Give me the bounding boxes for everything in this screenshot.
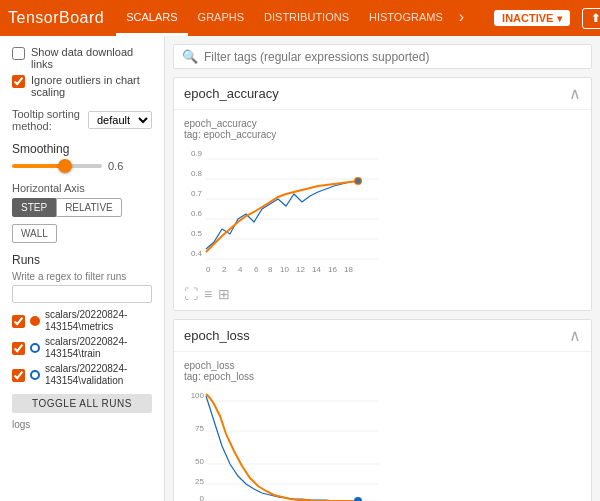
run-1-circle	[30, 343, 40, 353]
svg-text:25: 25	[195, 477, 204, 486]
svg-text:12: 12	[296, 265, 305, 274]
svg-text:0.9: 0.9	[191, 149, 203, 158]
h-axis-section: Horizontal Axis STEP RELATIVE WALL	[12, 182, 152, 243]
relative-axis-button[interactable]: RELATIVE	[56, 198, 122, 217]
run-item-0: scalars/20220824-143154\metrics	[12, 309, 152, 333]
show-download-label[interactable]: Show data download links	[12, 46, 152, 70]
epoch-accuracy-chart: 0.9 0.8 0.7 0.6 0.5 0.4 0 2 4 6 8 10 12	[184, 144, 581, 282]
svg-text:0.8: 0.8	[191, 169, 203, 178]
filter-bar: 🔍	[173, 44, 592, 69]
sidebar: Show data download links Ignore outliers…	[0, 36, 165, 501]
tab-more[interactable]: ›	[453, 0, 470, 36]
epoch-accuracy-svg: 0.9 0.8 0.7 0.6 0.5 0.4 0 2 4 6 8 10 12	[184, 144, 389, 279]
runs-title: Runs	[12, 253, 152, 267]
inactive-badge[interactable]: INACTIVE ▾	[494, 10, 570, 26]
tab-graphs[interactable]: GRAPHS	[188, 0, 254, 36]
svg-text:0.4: 0.4	[191, 249, 203, 258]
svg-text:0.7: 0.7	[191, 189, 203, 198]
h-axis-label: Horizontal Axis	[12, 182, 152, 194]
brand-label: TensorBoard	[8, 9, 104, 27]
smoothing-section: Smoothing 0.6	[12, 142, 152, 172]
run-0-circle	[30, 316, 40, 326]
run-1-label: scalars/20220824-143154\train	[45, 336, 152, 360]
content-area: 🔍 epoch_accuracy ∧ epoch_accuracy tag: e…	[165, 36, 600, 501]
tab-scalars[interactable]: SCALARS	[116, 0, 187, 36]
run-2-circle	[30, 370, 40, 380]
svg-text:6: 6	[254, 265, 259, 274]
tooltip-sort-section: Tooltip sorting method: default	[12, 108, 152, 132]
runs-section: Runs Write a regex to filter runs scalar…	[12, 253, 152, 430]
step-axis-button[interactable]: STEP	[12, 198, 56, 217]
run-2-label: scalars/20220824-143154\validation	[45, 363, 152, 387]
epoch-loss-title: epoch_loss	[184, 328, 250, 343]
show-download-checkbox[interactable]	[12, 47, 25, 60]
toggle-all-button[interactable]: TOGGLE ALL RUNS	[12, 394, 152, 413]
logs-label: logs	[12, 419, 152, 430]
svg-text:0: 0	[200, 494, 205, 501]
tab-distributions[interactable]: DISTRIBUTIONS	[254, 0, 359, 36]
svg-text:0.5: 0.5	[191, 229, 203, 238]
tab-histograms[interactable]: HISTOGRAMS	[359, 0, 453, 36]
upload-button[interactable]: ⬆ UPLOAD	[582, 8, 600, 29]
epoch-loss-svg: 100 75 50 25 0 0 2 4 6 8 10 12 14	[184, 386, 389, 501]
run-item-1: scalars/20220824-143154\train	[12, 336, 152, 360]
svg-text:0: 0	[206, 265, 211, 274]
filter-input[interactable]	[204, 50, 583, 64]
svg-text:2: 2	[222, 265, 227, 274]
smoothing-value: 0.6	[108, 160, 123, 172]
upload-icon: ⬆	[591, 12, 600, 25]
smoothing-slider[interactable]	[12, 164, 102, 168]
fullscreen-icon[interactable]: ⛶	[184, 286, 198, 302]
epoch-loss-subtitle: epoch_loss tag: epoch_loss	[184, 360, 581, 382]
dropdown-arrow-icon: ▾	[557, 13, 562, 24]
epoch-loss-chart: 100 75 50 25 0 0 2 4 6 8 10 12 14	[184, 386, 581, 501]
run-1-checkbox[interactable]	[12, 342, 25, 355]
epoch-accuracy-subtitle: epoch_accuracy tag: epoch_accuracy	[184, 118, 581, 140]
smoothing-slider-row: 0.6	[12, 160, 152, 172]
epoch-loss-collapse-icon[interactable]: ∧	[569, 326, 581, 345]
svg-text:0.6: 0.6	[191, 209, 203, 218]
runs-filter-input[interactable]	[12, 285, 152, 303]
ignore-outliers-label[interactable]: Ignore outliers in chart scaling	[12, 74, 152, 98]
main-layout: Show data download links Ignore outliers…	[0, 36, 600, 501]
svg-text:14: 14	[312, 265, 321, 274]
expand-icon[interactable]: ⊞	[218, 286, 230, 302]
data-icon[interactable]: ≡	[204, 286, 212, 302]
svg-text:10: 10	[280, 265, 289, 274]
svg-point-44	[354, 497, 362, 501]
run-item-2: scalars/20220824-143154\validation	[12, 363, 152, 387]
topnav: TensorBoard SCALARS GRAPHS DISTRIBUTIONS…	[0, 0, 600, 36]
tooltip-sort-row: Tooltip sorting method: default	[12, 108, 152, 132]
epoch-loss-inner: epoch_loss tag: epoch_loss 100 75 50 25 …	[174, 352, 591, 501]
run-0-checkbox[interactable]	[12, 315, 25, 328]
smoothing-label: Smoothing	[12, 142, 152, 156]
wall-axis-button[interactable]: WALL	[12, 224, 57, 243]
svg-text:18: 18	[344, 265, 353, 274]
svg-text:100: 100	[191, 391, 205, 400]
epoch-accuracy-chart-icons: ⛶ ≡ ⊞	[184, 286, 581, 302]
epoch-accuracy-header: epoch_accuracy ∧	[174, 78, 591, 110]
epoch-accuracy-collapse-icon[interactable]: ∧	[569, 84, 581, 103]
search-icon: 🔍	[182, 49, 198, 64]
svg-text:50: 50	[195, 457, 204, 466]
tooltip-sort-label: Tooltip sorting method:	[12, 108, 82, 132]
svg-text:16: 16	[328, 265, 337, 274]
epoch-accuracy-inner: epoch_accuracy tag: epoch_accuracy 0.9 0…	[174, 110, 591, 310]
svg-point-23	[355, 178, 361, 184]
run-0-label: scalars/20220824-143154\metrics	[45, 309, 152, 333]
run-2-checkbox[interactable]	[12, 369, 25, 382]
epoch-accuracy-title: epoch_accuracy	[184, 86, 279, 101]
topnav-tabs: SCALARS GRAPHS DISTRIBUTIONS HISTOGRAMS …	[116, 0, 470, 36]
epoch-loss-header: epoch_loss ∧	[174, 320, 591, 352]
inactive-label: INACTIVE	[502, 12, 553, 24]
tooltip-sort-select[interactable]: default	[88, 111, 152, 129]
show-download-section: Show data download links Ignore outliers…	[12, 46, 152, 98]
ignore-outliers-checkbox[interactable]	[12, 75, 25, 88]
runs-filter-label: Write a regex to filter runs	[12, 271, 152, 282]
epoch-accuracy-card: epoch_accuracy ∧ epoch_accuracy tag: epo…	[173, 77, 592, 311]
svg-text:8: 8	[268, 265, 273, 274]
axis-buttons: STEP RELATIVE	[12, 198, 152, 217]
svg-text:4: 4	[238, 265, 243, 274]
svg-text:75: 75	[195, 424, 204, 433]
epoch-loss-card: epoch_loss ∧ epoch_loss tag: epoch_loss …	[173, 319, 592, 501]
